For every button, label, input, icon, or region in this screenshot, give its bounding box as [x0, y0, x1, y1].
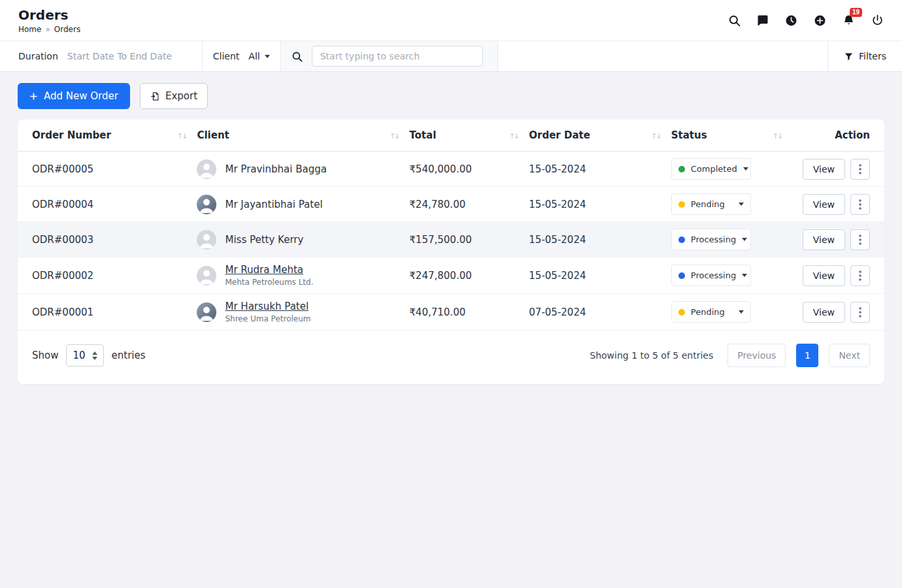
duration-range-input[interactable] — [67, 51, 192, 61]
status-label: Completed — [691, 164, 737, 174]
row-menu-button[interactable] — [850, 229, 870, 250]
filters-button[interactable]: Filters — [827, 41, 902, 71]
add-new-order-button[interactable]: Add New Order — [18, 83, 130, 109]
client-dropdown-value: All — [248, 51, 259, 61]
plus-icon — [29, 92, 38, 101]
message-icon[interactable] — [757, 14, 769, 26]
show-label: Show — [32, 350, 58, 361]
status-dropdown[interactable]: Pending — [671, 301, 751, 323]
current-page-button[interactable]: 1 — [796, 344, 818, 367]
chevron-down-icon — [265, 55, 270, 58]
breadcrumb-home-link[interactable]: Home — [18, 25, 41, 34]
sort-icon — [509, 129, 518, 141]
client-name-link[interactable]: Mr Rudra Mehta — [225, 264, 303, 276]
plus-circle-icon[interactable] — [814, 14, 826, 27]
column-header-status[interactable]: Status — [671, 120, 793, 152]
kebab-icon — [859, 235, 861, 245]
breadcrumb-separator: » — [45, 25, 50, 34]
view-button[interactable]: View — [803, 302, 845, 323]
status-dropdown[interactable]: Processing — [671, 265, 751, 286]
orders-table-card: Order Number Client Total Order Date Sta… — [18, 120, 884, 384]
clock-icon[interactable] — [785, 14, 797, 27]
export-icon — [150, 91, 160, 101]
action-bar: Add New Order Export — [18, 83, 884, 109]
client-name-link[interactable]: Miss Petty Kerry — [225, 234, 303, 246]
add-new-order-label: Add New Order — [44, 90, 118, 102]
order-number-cell: ODR#00004 — [18, 187, 197, 222]
client-avatar — [197, 302, 216, 322]
table-footer: Show 10 entries Showing 1 to 5 of 5 entr… — [18, 331, 884, 384]
breadcrumb-current: Orders — [54, 25, 80, 34]
order-date: 15-05-2024 — [529, 152, 671, 187]
column-header-client[interactable]: Client — [197, 120, 409, 152]
top-bar: Orders Home » Orders 19 — [0, 0, 902, 41]
kebab-icon — [859, 270, 861, 281]
status-label: Pending — [691, 199, 733, 209]
export-label: Export — [165, 90, 197, 102]
search-input[interactable] — [312, 46, 483, 67]
entries-per-page-value: 10 — [73, 350, 85, 361]
header-label: Order Date — [529, 129, 590, 141]
kebab-icon — [859, 307, 861, 318]
column-header-order-date[interactable]: Order Date — [529, 120, 671, 152]
order-date: 07-05-2024 — [529, 294, 671, 331]
view-button[interactable]: View — [803, 265, 845, 286]
notifications-bell-icon[interactable]: 19 — [843, 14, 855, 27]
column-header-total[interactable]: Total — [409, 120, 529, 152]
previous-page-button[interactable]: Previous — [727, 344, 786, 367]
view-button[interactable]: View — [803, 194, 845, 215]
status-label: Processing — [691, 235, 736, 244]
next-page-button[interactable]: Next — [829, 344, 870, 367]
order-total: ₹24,780.00 — [409, 187, 529, 222]
order-date: 15-05-2024 — [529, 222, 671, 257]
filters-label: Filters — [859, 51, 886, 61]
chevron-down-icon — [742, 274, 747, 277]
sort-icon — [177, 129, 186, 141]
client-name-link[interactable]: Mr Harsukh Patel — [225, 301, 309, 312]
view-button[interactable]: View — [803, 159, 845, 180]
status-dropdown[interactable]: Completed — [671, 158, 751, 180]
client-avatar — [197, 266, 216, 286]
status-dropdown[interactable]: Pending — [671, 193, 751, 215]
entries-per-page-select[interactable]: 10 — [66, 344, 103, 367]
status-dot — [678, 201, 685, 208]
export-button[interactable]: Export — [140, 83, 208, 109]
orders-table: Order Number Client Total Order Date Sta… — [18, 120, 884, 331]
chevron-down-icon — [743, 167, 748, 171]
chevron-down-icon — [739, 203, 744, 206]
header-label: Total — [409, 129, 436, 141]
status-label: Pending — [691, 307, 733, 317]
showing-entries-text: Showing 1 to 5 of 5 entries — [590, 350, 713, 361]
order-date: 15-05-2024 — [529, 187, 671, 222]
table-row: ODR#00002 Mr Rudra Mehta Mehta Petroleum… — [18, 257, 884, 294]
client-name-link[interactable]: Mr Jayantibhai Patel — [225, 199, 322, 210]
kebab-icon — [859, 199, 861, 210]
header-label: Order Number — [32, 129, 111, 141]
client-avatar — [197, 159, 216, 179]
row-menu-button[interactable] — [850, 159, 870, 180]
kebab-icon — [859, 164, 861, 174]
header-label: Status — [671, 129, 707, 141]
header-label: Action — [835, 129, 870, 141]
power-icon[interactable] — [871, 14, 884, 27]
sort-icon — [773, 129, 782, 141]
order-total: ₹40,710.00 — [409, 294, 529, 331]
column-header-order-number[interactable]: Order Number — [18, 120, 197, 152]
table-row: ODR#00001 Mr Harsukh Patel Shree Uma Pet… — [18, 294, 884, 331]
notification-count-badge: 19 — [850, 8, 862, 17]
client-name-link[interactable]: Mr Pravinbhai Bagga — [225, 163, 326, 175]
client-dropdown[interactable]: All — [248, 51, 269, 61]
row-menu-button[interactable] — [850, 265, 870, 286]
view-button[interactable]: View — [803, 229, 845, 250]
row-menu-button[interactable] — [850, 302, 870, 323]
chevron-down-icon — [739, 310, 744, 314]
search-submit-icon[interactable] — [292, 51, 303, 62]
status-dropdown[interactable]: Processing — [671, 229, 751, 250]
filterbar-spacer — [498, 41, 827, 71]
row-menu-button[interactable] — [850, 194, 870, 215]
top-icons: 19 — [728, 14, 884, 27]
client-filter-label: Client — [213, 51, 240, 61]
order-total: ₹540,000.00 — [409, 152, 529, 187]
status-dot — [678, 272, 685, 279]
search-icon[interactable] — [728, 14, 741, 27]
